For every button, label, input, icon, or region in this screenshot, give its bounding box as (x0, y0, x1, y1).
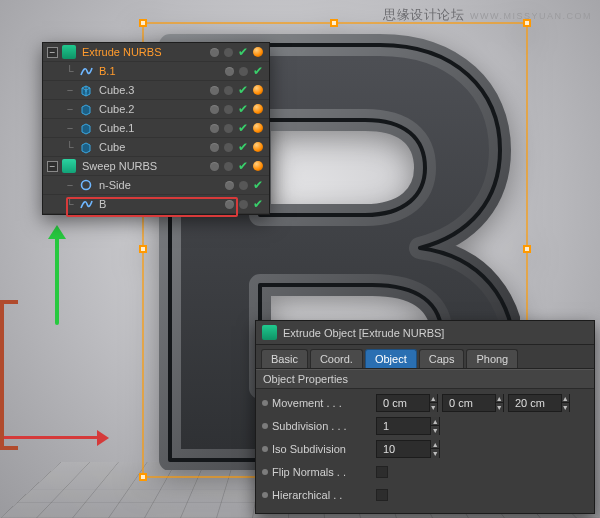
movement-y-input[interactable] (443, 397, 495, 409)
tree-item-label: Cube.3 (97, 84, 206, 96)
visibility-dot[interactable] (210, 105, 219, 114)
enable-check-icon[interactable]: ✔ (238, 84, 248, 96)
spinner-icon[interactable]: ▲▼ (429, 394, 437, 412)
prop-label: Iso Subdivision (272, 443, 372, 455)
tab-object[interactable]: Object (365, 349, 417, 368)
object-manager-panel[interactable]: − Extrude NURBS ✔ └ B.1 ✔ − Cube.3 ✔ − (42, 42, 270, 215)
spline-icon (79, 197, 93, 211)
camera-frame-gizmo (0, 300, 22, 450)
subdivision-input[interactable] (377, 420, 430, 432)
enable-check-icon[interactable]: ✔ (253, 198, 263, 210)
tree-item-extrude-nurbs[interactable]: − Extrude NURBS ✔ (43, 43, 269, 62)
spinner-icon[interactable]: ▲▼ (561, 394, 569, 412)
enable-check-icon[interactable]: ✔ (253, 179, 263, 191)
render-dot[interactable] (239, 200, 248, 209)
render-dot[interactable] (224, 105, 233, 114)
phong-tag-icon[interactable] (253, 47, 263, 57)
cube-icon (79, 140, 93, 154)
iso-field[interactable]: ▲▼ (376, 440, 440, 458)
phong-tag-icon[interactable] (253, 161, 263, 171)
visibility-dot[interactable] (225, 200, 234, 209)
tree-item-cube2[interactable]: − Cube.2 ✔ (43, 100, 269, 119)
tab-coord[interactable]: Coord. (310, 349, 363, 368)
attribute-title: Extrude Object [Extrude NURBS] (283, 327, 444, 339)
axis-y-arrow[interactable] (55, 230, 59, 325)
expander-icon[interactable]: − (47, 47, 58, 58)
visibility-dot[interactable] (210, 86, 219, 95)
section-header: Object Properties (256, 369, 594, 389)
tab-phong[interactable]: Phong (466, 349, 518, 368)
visibility-dot[interactable] (210, 162, 219, 171)
prop-label: Flip Normals . . (272, 466, 372, 478)
bbox-handle[interactable] (523, 245, 531, 253)
movement-y-field[interactable]: ▲▼ (442, 394, 504, 412)
tab-basic[interactable]: Basic (261, 349, 308, 368)
attribute-tabs: Basic Coord. Object Caps Phong (256, 345, 594, 369)
iso-input[interactable] (377, 443, 430, 455)
bullet-icon (262, 400, 268, 406)
render-dot[interactable] (224, 143, 233, 152)
bullet-icon (262, 469, 268, 475)
expander-icon[interactable]: − (47, 161, 58, 172)
render-dot[interactable] (239, 181, 248, 190)
tree-item-nside[interactable]: − n-Side ✔ (43, 176, 269, 195)
enable-check-icon[interactable]: ✔ (238, 46, 248, 58)
enable-check-icon[interactable]: ✔ (238, 103, 248, 115)
enable-check-icon[interactable]: ✔ (238, 122, 248, 134)
enable-check-icon[interactable]: ✔ (253, 65, 263, 77)
phong-tag-icon[interactable] (253, 85, 263, 95)
movement-x-field[interactable]: ▲▼ (376, 394, 438, 412)
tab-caps[interactable]: Caps (419, 349, 465, 368)
bbox-handle[interactable] (330, 19, 338, 27)
visibility-dot[interactable] (225, 181, 234, 190)
visibility-dot[interactable] (210, 124, 219, 133)
phong-tag-icon[interactable] (253, 104, 263, 114)
extrude-icon (62, 45, 76, 59)
watermark: 思缘设计论坛 WWW.MISSYUAN.COM (383, 6, 592, 24)
tree-item-cube3[interactable]: − Cube.3 ✔ (43, 81, 269, 100)
render-dot[interactable] (224, 48, 233, 57)
visibility-dot[interactable] (210, 48, 219, 57)
movement-x-input[interactable] (377, 397, 429, 409)
render-dot[interactable] (224, 86, 233, 95)
spinner-icon[interactable]: ▲▼ (495, 394, 503, 412)
tree-item-label: n-Side (97, 179, 221, 191)
prop-iso-subdivision: Iso Subdivision ▲▼ (262, 439, 588, 459)
visibility-dot[interactable] (210, 143, 219, 152)
phong-tag-icon[interactable] (253, 142, 263, 152)
phong-tag-icon[interactable] (253, 123, 263, 133)
tree-item-sweep-nurbs[interactable]: − Sweep NURBS ✔ (43, 157, 269, 176)
circle-spline-icon (79, 178, 93, 192)
hierarchical-checkbox[interactable] (376, 489, 388, 501)
bbox-handle[interactable] (139, 19, 147, 27)
enable-check-icon[interactable]: ✔ (238, 160, 248, 172)
watermark-en: WWW.MISSYUAN.COM (470, 11, 592, 21)
movement-z-input[interactable] (509, 397, 561, 409)
flip-normals-checkbox[interactable] (376, 466, 388, 478)
render-dot[interactable] (224, 162, 233, 171)
bullet-icon (262, 423, 268, 429)
tree-item-label: Extrude NURBS (80, 46, 206, 58)
movement-z-field[interactable]: ▲▼ (508, 394, 570, 412)
tree-item-cube1[interactable]: − Cube.1 ✔ (43, 119, 269, 138)
visibility-dot[interactable] (225, 67, 234, 76)
bbox-handle[interactable] (139, 245, 147, 253)
tree-branch-icon: └ (65, 65, 75, 77)
watermark-cn: 思缘设计论坛 (383, 6, 464, 24)
tree-branch-icon: − (65, 103, 75, 115)
spinner-icon[interactable]: ▲▼ (430, 440, 439, 458)
render-dot[interactable] (239, 67, 248, 76)
attribute-manager-panel[interactable]: Extrude Object [Extrude NURBS] Basic Coo… (255, 320, 595, 514)
prop-movement: Movement . . . ▲▼ ▲▼ ▲▼ (262, 393, 588, 413)
subdivision-field[interactable]: ▲▼ (376, 417, 440, 435)
sweep-icon (62, 159, 76, 173)
tree-item-b1-spline[interactable]: └ B.1 ✔ (43, 62, 269, 81)
spinner-icon[interactable]: ▲▼ (430, 417, 439, 435)
enable-check-icon[interactable]: ✔ (238, 141, 248, 153)
tree-item-b-spline[interactable]: └ B ✔ (43, 195, 269, 214)
tree-item-label: Sweep NURBS (80, 160, 206, 172)
tree-item-cube[interactable]: └ Cube ✔ (43, 138, 269, 157)
render-dot[interactable] (224, 124, 233, 133)
prop-label: Hierarchical . . (272, 489, 372, 501)
extrude-icon (262, 325, 277, 340)
